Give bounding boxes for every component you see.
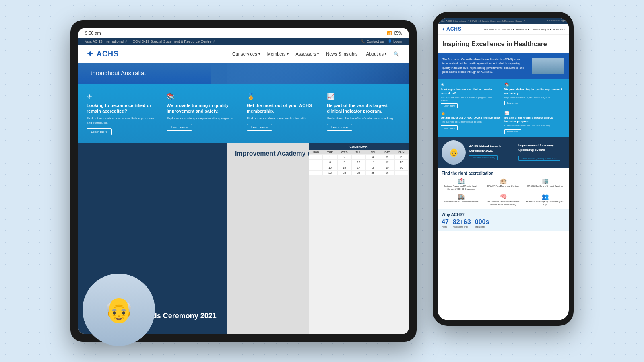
phone-banner-right: Contact us Login (547, 19, 566, 22)
equip-support-icon: 🏢 (525, 178, 565, 184)
phone-card-desc: Explore our contemporary education progr… (504, 96, 566, 99)
phone-device: Visit ACHS International ↗ COVID-19 Spec… (433, 12, 574, 326)
phone-nav-assessors[interactable]: Assessors ▾ (516, 28, 529, 31)
nav-members[interactable]: Members (267, 51, 289, 56)
phone-acc-item-2[interactable]: 🏢 EQuiP6 Healthcare Support Services (525, 178, 565, 191)
top-banner-left: Visit ACHS International ↗ COVID-19 Spec… (85, 39, 216, 43)
cell: 18 (366, 165, 380, 170)
phone-logo[interactable]: ✦ ACHS (442, 26, 462, 32)
covid-link[interactable]: COVID-19 Special Statement & Resource Ce… (132, 39, 216, 43)
card-title: We provide training in quality improveme… (167, 103, 240, 114)
cell: 10 (351, 160, 365, 165)
nav-assessors[interactable]: Assessors (296, 51, 319, 56)
logo-text: ACHS (97, 50, 119, 58)
contact-link[interactable]: 📞 Contact us (361, 39, 384, 43)
phone-stat-2: 000s of patients (475, 218, 489, 228)
phone-card-desc: Understand the benefits of data benchmar… (504, 124, 566, 127)
phone-acc-item-1[interactable]: 🏨 EQuiP6 Day Procedure Centres (483, 178, 523, 191)
phone-why-section: Why ACHS? 47 years 82+63 healthcare orgs… (438, 209, 569, 231)
phone-acc-item-3[interactable]: 🏬 Accreditation for General Practices (442, 193, 481, 206)
phone-awards-title: ACHS Virtual Awards Ceremony 2021 (469, 144, 515, 153)
phone-card-btn[interactable]: Learn more (504, 101, 521, 105)
phone-stats: 47 years 82+63 healthcare orgs 000s of p… (442, 218, 565, 228)
cell: 5 (380, 154, 394, 160)
phone-logo-text: ACHS (446, 26, 462, 32)
search-icon[interactable]: 🔍 (394, 51, 400, 57)
training-icon: 📚 (167, 93, 240, 100)
day-tue: TUE (323, 150, 337, 154)
phone-acc-item-0[interactable]: 🏥 National Safety and Quality Health Ser… (442, 178, 481, 191)
phone-improvement-title: Improvement Academy upcoming events (518, 144, 565, 152)
card-learn-more-btn[interactable]: Learn more (167, 124, 192, 131)
phone-navigation: ✦ ACHS Our services ▾ Members ▾ Assessor… (438, 24, 569, 35)
phone-screen: Visit ACHS International ↗ COVID-19 Spec… (438, 18, 569, 320)
day-sat: SAT (380, 150, 394, 154)
hero-blue-text: Inspiring Excellence (442, 41, 505, 47)
cell (309, 165, 323, 170)
card-learn-more-btn[interactable]: Learn more (327, 124, 352, 131)
card-training: 📚 We provide training in quality improve… (167, 93, 240, 135)
cell: 22 (323, 170, 337, 175)
calendar: CALENDAR MON TUE WED THU FRI SAT SUN 1 2 (309, 143, 409, 334)
cell: 13 (394, 160, 409, 165)
phone-card-btn[interactable]: Learn more (441, 103, 458, 108)
phone-calendar-btn[interactable]: View calendar (January - June 2022) (518, 156, 560, 161)
card-accreditation: ☀ Looking to become certified or remain … (87, 93, 160, 135)
stat-value: 82+63 (453, 218, 471, 226)
phone-card-desc: Find out more about membership benefits. (441, 121, 502, 123)
achs-international-link[interactable]: Visit ACHS International ↗ (85, 39, 128, 43)
events-section: Improvement Academy upcoming events CALE… (227, 143, 409, 334)
phone-event-right: Improvement Academy upcoming events View… (518, 144, 565, 161)
card-desc: Explore our contemporary education progr… (167, 116, 240, 121)
awards-section: 👴 ACHS Virtual Awards Ceremony 2021 (78, 143, 227, 334)
phone-nav-about[interactable]: About us ▾ (553, 28, 565, 31)
phone-nav-services[interactable]: Our services ▾ (484, 28, 500, 31)
phone-acc-item-5[interactable]: 👥 Human Services (HS) Standards (VIC onl… (525, 193, 565, 206)
stat-value: 000s (475, 218, 489, 226)
card-desc: Understand the benefits of data benchmar… (327, 116, 400, 121)
cell: 1 (323, 154, 337, 160)
card-membership: 🏅 Get the most out of your ACHS membersh… (247, 93, 320, 135)
card-learn-more-btn[interactable]: Learn more (87, 128, 112, 135)
phone-acc-item-4[interactable]: 🧠 The National Standards for Mental Heal… (483, 193, 523, 206)
phone-events-section: 👴 ACHS Virtual Awards Ceremony 2021 Re-w… (438, 137, 569, 168)
nav-about-us[interactable]: About us (366, 51, 386, 56)
phone-card-title: Be part of the world's largest clinical … (504, 116, 566, 123)
phone-top-bar: Visit ACHS International ↗ COVID-19 Spec… (438, 18, 569, 24)
stat-label: healthcare orgs (453, 226, 471, 228)
cell: 2 (337, 154, 351, 160)
phone-hero: Inspiring Excellence in Healthcare (438, 35, 569, 53)
phone-rewatch-btn[interactable]: Re-watch the ceremony (469, 155, 498, 160)
nsqhs-label: National Safety and Quality Health Servi… (442, 185, 481, 191)
logo[interactable]: ✦ ACHS (87, 49, 119, 59)
phone-stat-1: 82+63 healthcare orgs (453, 218, 471, 228)
tablet-status-bar: 9:56 am 📶 65% (78, 28, 409, 38)
login-link[interactable]: 👤 Login (388, 39, 402, 43)
cell: 20 (394, 165, 409, 170)
top-banner: Visit ACHS International ↗ COVID-19 Spec… (78, 38, 409, 45)
cell (309, 160, 323, 165)
phone-card-btn[interactable]: Learn more (504, 129, 521, 134)
nav-news-insights[interactable]: News & insights (326, 51, 359, 56)
phone-card-btn[interactable]: Learn more (441, 125, 458, 130)
accreditation-icon: ☀ (87, 93, 160, 100)
cell: 4 (366, 154, 380, 160)
equip-day-label: EQuiP6 Day Procedure Centres (483, 185, 523, 188)
stat-label: of patients (475, 226, 489, 228)
nav-our-services[interactable]: Our services (232, 51, 260, 56)
phone-nav-members[interactable]: Members ▾ (502, 28, 514, 31)
phone-nav-news[interactable]: News & Insights ▾ (532, 28, 551, 31)
cell: 12 (380, 160, 394, 165)
human-services-icon: 👥 (525, 193, 565, 200)
tablet-device: 9:56 am 📶 65% Visit ACHS International ↗… (70, 20, 417, 342)
logo-icon: ✦ (87, 49, 93, 59)
hero-section: throughout Australia. (78, 63, 409, 84)
phone-card-title: Get the most out of your ACHS membership… (441, 116, 502, 119)
phone-event-left: ACHS Virtual Awards Ceremony 2021 Re-wat… (469, 144, 515, 160)
mental-health-icon: 🧠 (483, 193, 523, 200)
card-title: Looking to become certified or remain ac… (87, 103, 160, 114)
calendar-header: CALENDAR (309, 143, 409, 150)
navigation: ✦ ACHS Our services Members Assessors Ne… (78, 45, 409, 63)
card-learn-more-btn[interactable]: Learn more (247, 124, 272, 131)
phone-card-2: 🏅 Get the most out of your ACHS membersh… (441, 111, 502, 134)
